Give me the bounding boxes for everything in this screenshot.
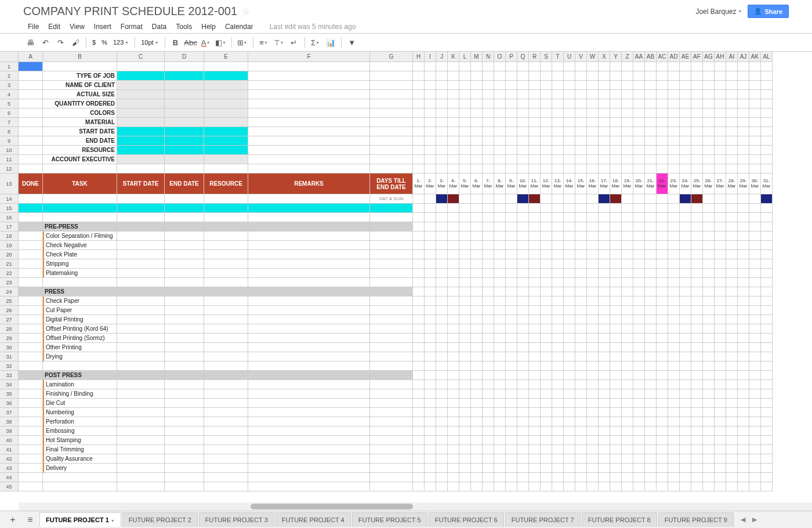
cell[interactable]: [370, 136, 413, 146]
cell[interactable]: [657, 241, 668, 250]
cell[interactable]: [564, 352, 575, 361]
cell[interactable]: [541, 146, 552, 155]
cell[interactable]: [529, 118, 541, 127]
cell[interactable]: 11-Mar: [529, 173, 541, 194]
cell[interactable]: [204, 315, 248, 324]
currency-button[interactable]: $: [90, 39, 98, 46]
cell[interactable]: POST PRESS: [43, 371, 117, 380]
cell[interactable]: [622, 343, 633, 352]
cell[interactable]: [715, 473, 726, 482]
cell[interactable]: [726, 81, 738, 90]
cell[interactable]: [248, 269, 370, 278]
cell[interactable]: [575, 155, 587, 164]
cell[interactable]: 15-Mar: [575, 173, 587, 194]
cell[interactable]: [448, 259, 459, 269]
cell[interactable]: [715, 269, 726, 278]
cell[interactable]: [703, 399, 715, 408]
cell[interactable]: [715, 232, 726, 241]
col-header-AC[interactable]: AC: [657, 52, 668, 62]
cell[interactable]: [564, 371, 575, 380]
cell[interactable]: [691, 482, 703, 491]
cell[interactable]: [204, 399, 248, 408]
cell[interactable]: [680, 296, 691, 306]
row-header-39[interactable]: 39: [0, 426, 19, 436]
cell[interactable]: [587, 90, 599, 99]
cell[interactable]: [471, 109, 483, 118]
cell[interactable]: [541, 204, 552, 213]
cell[interactable]: [645, 99, 657, 109]
cell[interactable]: [703, 278, 715, 287]
cell[interactable]: [715, 306, 726, 315]
row-header-11[interactable]: 11: [0, 155, 19, 164]
cell[interactable]: [506, 324, 517, 334]
cell[interactable]: [575, 269, 587, 278]
cell[interactable]: 23-Mar: [668, 173, 680, 194]
cell[interactable]: [471, 408, 483, 417]
cell[interactable]: [680, 62, 691, 71]
cell[interactable]: [761, 269, 773, 278]
cell[interactable]: [668, 464, 680, 473]
cell[interactable]: [448, 109, 459, 118]
cell[interactable]: [587, 278, 599, 287]
cell[interactable]: [715, 259, 726, 269]
cell[interactable]: [599, 371, 610, 380]
cell[interactable]: [165, 81, 204, 90]
cell[interactable]: [691, 389, 703, 399]
cell[interactable]: [761, 213, 773, 222]
cell[interactable]: [726, 213, 738, 222]
cell[interactable]: [541, 473, 552, 482]
cell[interactable]: [599, 445, 610, 454]
cell[interactable]: [738, 250, 749, 259]
cell[interactable]: [587, 269, 599, 278]
cell[interactable]: [483, 232, 494, 241]
cell[interactable]: START DATE: [117, 173, 165, 194]
cell[interactable]: [436, 90, 448, 99]
cell[interactable]: [117, 164, 165, 173]
cell[interactable]: [726, 399, 738, 408]
cell[interactable]: [575, 259, 587, 269]
cell[interactable]: [564, 118, 575, 127]
cell[interactable]: [622, 250, 633, 259]
cell[interactable]: [738, 81, 749, 90]
cell[interactable]: [668, 109, 680, 118]
cell[interactable]: [575, 278, 587, 287]
cell[interactable]: [165, 399, 204, 408]
cell[interactable]: [413, 445, 425, 454]
cell[interactable]: [425, 222, 436, 232]
col-header-AA[interactable]: AA: [633, 52, 645, 62]
cell[interactable]: [587, 250, 599, 259]
cell[interactable]: [459, 436, 471, 445]
row-header-24[interactable]: 24: [0, 287, 19, 296]
cell[interactable]: [117, 464, 165, 473]
cell[interactable]: [165, 109, 204, 118]
cell[interactable]: [494, 278, 506, 287]
cell[interactable]: [19, 99, 43, 109]
cell[interactable]: [749, 127, 761, 136]
cell[interactable]: [483, 278, 494, 287]
col-header-AI[interactable]: AI: [726, 52, 738, 62]
cell[interactable]: [703, 315, 715, 324]
cell[interactable]: [703, 334, 715, 343]
cell[interactable]: [726, 127, 738, 136]
cell[interactable]: [413, 371, 425, 380]
cell[interactable]: [575, 232, 587, 241]
cell[interactable]: [657, 118, 668, 127]
cell[interactable]: [587, 436, 599, 445]
cell[interactable]: [204, 371, 248, 380]
cell[interactable]: [248, 146, 370, 155]
cell[interactable]: [668, 473, 680, 482]
cell[interactable]: ACTUAL SIZE: [43, 90, 117, 99]
cell[interactable]: [436, 127, 448, 136]
cell[interactable]: [726, 241, 738, 250]
cell[interactable]: [517, 306, 529, 315]
cell[interactable]: [575, 99, 587, 109]
cell[interactable]: [471, 445, 483, 454]
cell[interactable]: [19, 408, 43, 417]
cell[interactable]: [599, 417, 610, 426]
cell[interactable]: [436, 109, 448, 118]
cell[interactable]: [726, 71, 738, 81]
cell[interactable]: MATERIAL: [43, 118, 117, 127]
cell[interactable]: [448, 436, 459, 445]
cell[interactable]: [19, 380, 43, 389]
cell[interactable]: [19, 259, 43, 269]
